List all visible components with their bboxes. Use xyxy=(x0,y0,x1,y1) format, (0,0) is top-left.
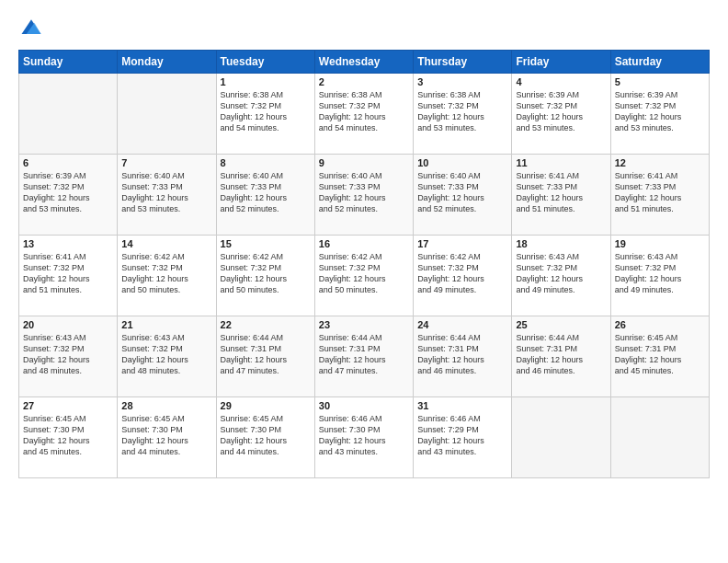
calendar-cell: 1Sunrise: 6:38 AM Sunset: 7:32 PM Daylig… xyxy=(216,74,314,155)
calendar-table: SundayMondayTuesdayWednesdayThursdayFrid… xyxy=(18,50,710,478)
day-number: 2 xyxy=(319,76,409,87)
day-number: 14 xyxy=(121,238,211,249)
calendar-cell: 24Sunrise: 6:44 AM Sunset: 7:31 PM Dayli… xyxy=(414,316,512,397)
day-number: 25 xyxy=(516,319,606,330)
calendar-cell: 30Sunrise: 6:46 AM Sunset: 7:30 PM Dayli… xyxy=(314,397,413,478)
day-info: Sunrise: 6:44 AM Sunset: 7:31 PM Dayligh… xyxy=(221,332,311,377)
weekday-header-tuesday: Tuesday xyxy=(216,51,314,74)
day-number: 10 xyxy=(417,157,507,168)
calendar-cell: 12Sunrise: 6:41 AM Sunset: 7:33 PM Dayli… xyxy=(610,155,709,236)
weekday-header-monday: Monday xyxy=(118,51,216,74)
day-info: Sunrise: 6:42 AM Sunset: 7:32 PM Dayligh… xyxy=(221,251,311,296)
calendar-cell: 25Sunrise: 6:44 AM Sunset: 7:31 PM Dayli… xyxy=(512,316,610,397)
week-row-5: 27Sunrise: 6:45 AM Sunset: 7:30 PM Dayli… xyxy=(19,397,710,478)
weekday-header-thursday: Thursday xyxy=(414,51,512,74)
day-number: 8 xyxy=(221,157,311,168)
day-number: 17 xyxy=(417,238,507,249)
day-info: Sunrise: 6:40 AM Sunset: 7:33 PM Dayligh… xyxy=(121,170,211,215)
day-info: Sunrise: 6:46 AM Sunset: 7:30 PM Dayligh… xyxy=(319,413,409,458)
calendar-cell xyxy=(512,397,610,478)
day-number: 27 xyxy=(23,400,113,411)
day-number: 21 xyxy=(121,319,211,330)
day-number: 3 xyxy=(417,76,507,87)
calendar-cell: 13Sunrise: 6:41 AM Sunset: 7:32 PM Dayli… xyxy=(19,236,118,316)
day-info: Sunrise: 6:38 AM Sunset: 7:32 PM Dayligh… xyxy=(417,89,507,134)
day-info: Sunrise: 6:40 AM Sunset: 7:33 PM Dayligh… xyxy=(417,170,507,215)
day-number: 18 xyxy=(516,238,606,249)
calendar-cell: 5Sunrise: 6:39 AM Sunset: 7:32 PM Daylig… xyxy=(610,74,709,155)
day-number: 1 xyxy=(221,76,311,87)
calendar-cell: 29Sunrise: 6:45 AM Sunset: 7:30 PM Dayli… xyxy=(216,397,314,478)
day-number: 28 xyxy=(121,400,211,411)
day-number: 6 xyxy=(23,157,113,168)
weekday-header-saturday: Saturday xyxy=(610,51,709,74)
day-number: 9 xyxy=(319,157,409,168)
calendar-cell: 9Sunrise: 6:40 AM Sunset: 7:33 PM Daylig… xyxy=(314,155,413,236)
day-info: Sunrise: 6:45 AM Sunset: 7:31 PM Dayligh… xyxy=(615,332,705,377)
day-number: 31 xyxy=(417,400,507,411)
weekday-header-row: SundayMondayTuesdayWednesdayThursdayFrid… xyxy=(19,51,710,74)
calendar-cell: 19Sunrise: 6:43 AM Sunset: 7:32 PM Dayli… xyxy=(610,236,709,316)
day-info: Sunrise: 6:41 AM Sunset: 7:32 PM Dayligh… xyxy=(23,251,113,296)
day-info: Sunrise: 6:45 AM Sunset: 7:30 PM Dayligh… xyxy=(23,413,113,458)
week-row-4: 20Sunrise: 6:43 AM Sunset: 7:32 PM Dayli… xyxy=(19,316,710,397)
day-info: Sunrise: 6:40 AM Sunset: 7:33 PM Dayligh… xyxy=(319,170,409,215)
calendar-cell: 27Sunrise: 6:45 AM Sunset: 7:30 PM Dayli… xyxy=(19,397,118,478)
day-info: Sunrise: 6:39 AM Sunset: 7:32 PM Dayligh… xyxy=(23,170,113,215)
day-info: Sunrise: 6:38 AM Sunset: 7:32 PM Dayligh… xyxy=(221,89,311,134)
day-number: 30 xyxy=(319,400,409,411)
calendar-cell: 26Sunrise: 6:45 AM Sunset: 7:31 PM Dayli… xyxy=(610,316,709,397)
day-info: Sunrise: 6:42 AM Sunset: 7:32 PM Dayligh… xyxy=(417,251,507,296)
day-info: Sunrise: 6:43 AM Sunset: 7:32 PM Dayligh… xyxy=(615,251,705,296)
calendar-cell xyxy=(118,74,216,155)
day-info: Sunrise: 6:40 AM Sunset: 7:33 PM Dayligh… xyxy=(221,170,311,215)
calendar-cell: 23Sunrise: 6:44 AM Sunset: 7:31 PM Dayli… xyxy=(314,316,413,397)
day-info: Sunrise: 6:39 AM Sunset: 7:32 PM Dayligh… xyxy=(516,89,606,134)
calendar-cell: 28Sunrise: 6:45 AM Sunset: 7:30 PM Dayli… xyxy=(118,397,216,478)
day-number: 26 xyxy=(615,319,705,330)
day-info: Sunrise: 6:44 AM Sunset: 7:31 PM Dayligh… xyxy=(417,332,507,377)
day-info: Sunrise: 6:42 AM Sunset: 7:32 PM Dayligh… xyxy=(319,251,409,296)
day-number: 29 xyxy=(221,400,311,411)
day-number: 7 xyxy=(121,157,211,168)
day-number: 13 xyxy=(23,238,113,249)
calendar-cell: 20Sunrise: 6:43 AM Sunset: 7:32 PM Dayli… xyxy=(19,316,118,397)
day-number: 20 xyxy=(23,319,113,330)
day-info: Sunrise: 6:44 AM Sunset: 7:31 PM Dayligh… xyxy=(319,332,409,377)
calendar-cell: 8Sunrise: 6:40 AM Sunset: 7:33 PM Daylig… xyxy=(216,155,314,236)
logo-icon xyxy=(18,15,44,40)
calendar-cell: 6Sunrise: 6:39 AM Sunset: 7:32 PM Daylig… xyxy=(19,155,118,236)
weekday-header-sunday: Sunday xyxy=(19,51,118,74)
day-info: Sunrise: 6:39 AM Sunset: 7:32 PM Dayligh… xyxy=(615,89,705,134)
weekday-header-friday: Friday xyxy=(512,51,610,74)
day-number: 19 xyxy=(615,238,705,249)
day-info: Sunrise: 6:45 AM Sunset: 7:30 PM Dayligh… xyxy=(221,413,311,458)
day-number: 16 xyxy=(319,238,409,249)
day-info: Sunrise: 6:41 AM Sunset: 7:33 PM Dayligh… xyxy=(615,170,705,215)
calendar-cell: 10Sunrise: 6:40 AM Sunset: 7:33 PM Dayli… xyxy=(414,155,512,236)
page: SundayMondayTuesdayWednesdayThursdayFrid… xyxy=(0,0,728,563)
calendar-cell: 14Sunrise: 6:42 AM Sunset: 7:32 PM Dayli… xyxy=(118,236,216,316)
calendar-cell: 7Sunrise: 6:40 AM Sunset: 7:33 PM Daylig… xyxy=(118,155,216,236)
day-info: Sunrise: 6:45 AM Sunset: 7:30 PM Dayligh… xyxy=(121,413,211,458)
day-number: 24 xyxy=(417,319,507,330)
calendar-cell: 16Sunrise: 6:42 AM Sunset: 7:32 PM Dayli… xyxy=(314,236,413,316)
calendar-cell: 3Sunrise: 6:38 AM Sunset: 7:32 PM Daylig… xyxy=(414,74,512,155)
day-number: 11 xyxy=(516,157,606,168)
day-info: Sunrise: 6:43 AM Sunset: 7:32 PM Dayligh… xyxy=(121,332,211,377)
header xyxy=(18,15,710,40)
calendar-cell: 18Sunrise: 6:43 AM Sunset: 7:32 PM Dayli… xyxy=(512,236,610,316)
day-info: Sunrise: 6:46 AM Sunset: 7:29 PM Dayligh… xyxy=(417,413,507,458)
week-row-2: 6Sunrise: 6:39 AM Sunset: 7:32 PM Daylig… xyxy=(19,155,710,236)
day-number: 4 xyxy=(516,76,606,87)
calendar-cell: 15Sunrise: 6:42 AM Sunset: 7:32 PM Dayli… xyxy=(216,236,314,316)
week-row-3: 13Sunrise: 6:41 AM Sunset: 7:32 PM Dayli… xyxy=(19,236,710,316)
day-number: 5 xyxy=(615,76,705,87)
day-number: 22 xyxy=(221,319,311,330)
day-info: Sunrise: 6:43 AM Sunset: 7:32 PM Dayligh… xyxy=(516,251,606,296)
calendar-cell: 21Sunrise: 6:43 AM Sunset: 7:32 PM Dayli… xyxy=(118,316,216,397)
calendar-cell: 22Sunrise: 6:44 AM Sunset: 7:31 PM Dayli… xyxy=(216,316,314,397)
calendar-cell: 2Sunrise: 6:38 AM Sunset: 7:32 PM Daylig… xyxy=(314,74,413,155)
calendar-cell: 17Sunrise: 6:42 AM Sunset: 7:32 PM Dayli… xyxy=(414,236,512,316)
day-number: 15 xyxy=(221,238,311,249)
